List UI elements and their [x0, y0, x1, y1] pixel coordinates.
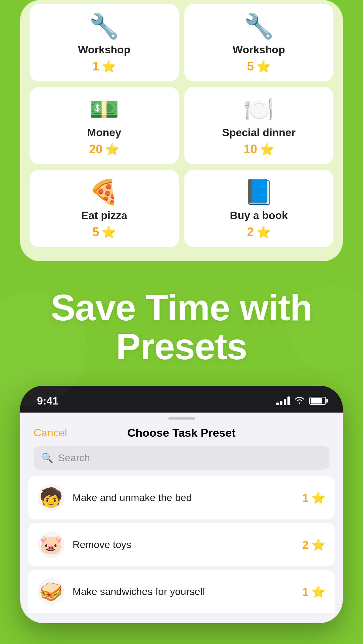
- top-rewards-card: 🔧 Workshop 1 ⭐ 🔧 Workshop 5 ⭐ 💵 Money 20…: [20, 0, 343, 261]
- task-list: 🧒 Make and unmake the bed 1 ⭐ 🐷 Remove t…: [20, 476, 343, 623]
- task-sandwiches-star-icon: ⭐: [311, 585, 325, 598]
- grid-item-special-dinner[interactable]: 🍽️ Special dinner 10 ⭐: [184, 87, 334, 164]
- eat-pizza-star-icon: ⭐: [102, 225, 116, 239]
- workshop1-star-icon: ⭐: [102, 60, 116, 73]
- task-toys-star-icon: ⭐: [311, 538, 325, 551]
- signal-icon: [276, 396, 290, 405]
- money-count: 20: [89, 142, 102, 156]
- task-item-bed[interactable]: 🧒 Make and unmake the bed 1 ⭐: [28, 476, 335, 519]
- task-sandwiches-count: 1: [302, 585, 309, 598]
- workshop5-label: Workshop: [233, 44, 285, 56]
- phone-mockup: 9:41: [20, 386, 343, 623]
- wifi-icon: [294, 395, 305, 406]
- special-dinner-label: Special dinner: [222, 126, 296, 139]
- task-item-sandwiches[interactable]: 🥪 Make sandwiches for yourself 1 ⭐: [28, 570, 335, 613]
- task-toys-label: Remove toys: [73, 539, 294, 550]
- buy-book-star-icon: ⭐: [257, 225, 271, 239]
- status-icons: [276, 395, 326, 406]
- task-sandwiches-icon: 🥪: [38, 578, 64, 605]
- task-sandwiches-label: Make sandwiches for yourself: [73, 586, 294, 597]
- special-dinner-stars: 10 ⭐: [244, 142, 274, 156]
- task-bed-count: 1: [302, 491, 309, 504]
- buy-book-stars: 2 ⭐: [247, 225, 271, 239]
- grid-item-workshop5[interactable]: 🔧 Workshop 5 ⭐: [184, 4, 334, 82]
- eat-pizza-label: Eat pizza: [81, 209, 127, 222]
- workshop1-stars: 1 ⭐: [92, 59, 116, 73]
- modal-title: Choose Task Preset: [127, 426, 236, 439]
- grid-item-buy-book[interactable]: 📘 Buy a book 2 ⭐: [184, 170, 334, 247]
- workshop5-star-icon: ⭐: [257, 60, 271, 73]
- eat-pizza-count: 5: [92, 225, 99, 239]
- special-dinner-icon: 🍽️: [244, 97, 274, 121]
- money-icon: 💵: [89, 97, 119, 121]
- rewards-grid: 🔧 Workshop 1 ⭐ 🔧 Workshop 5 ⭐ 💵 Money 20…: [27, 0, 336, 251]
- task-bed-star-icon: ⭐: [311, 491, 325, 504]
- task-bed-stars: 1 ⭐: [302, 491, 325, 504]
- headline-section: Save Time with Presets: [0, 261, 363, 386]
- task-item-toys[interactable]: 🐷 Remove toys 2 ⭐: [28, 523, 335, 566]
- eat-pizza-icon: 🍕: [89, 180, 119, 204]
- task-sandwiches-stars: 1 ⭐: [302, 585, 325, 598]
- task-toys-icon: 🐷: [38, 531, 64, 558]
- task-toys-count: 2: [302, 538, 309, 551]
- workshop1-label: Workshop: [78, 44, 130, 56]
- money-stars: 20 ⭐: [89, 142, 119, 156]
- buy-book-label: Buy a book: [230, 209, 288, 222]
- buy-book-icon: 📘: [244, 180, 274, 204]
- modal-header: Cancel Choose Task Preset: [20, 423, 343, 446]
- workshop1-icon: 🔧: [89, 14, 119, 38]
- task-bed-icon: 🧒: [38, 484, 64, 511]
- cancel-button[interactable]: Cancel: [34, 427, 67, 439]
- grid-item-money[interactable]: 💵 Money 20 ⭐: [30, 87, 179, 164]
- search-bar[interactable]: 🔍 Search: [34, 446, 329, 470]
- drag-handle: [20, 413, 343, 423]
- task-bed-label: Make and unmake the bed: [73, 492, 294, 503]
- workshop5-count: 5: [247, 59, 254, 73]
- task-toys-stars: 2 ⭐: [302, 538, 325, 551]
- search-icon: 🔍: [42, 452, 53, 464]
- search-placeholder: Search: [58, 452, 90, 464]
- money-star-icon: ⭐: [105, 143, 119, 156]
- grid-item-eat-pizza[interactable]: 🍕 Eat pizza 5 ⭐: [30, 170, 179, 247]
- buy-book-count: 2: [247, 225, 254, 239]
- money-label: Money: [87, 126, 121, 139]
- eat-pizza-stars: 5 ⭐: [92, 225, 116, 239]
- workshop1-count: 1: [92, 59, 99, 73]
- phone-screen: Cancel Choose Task Preset 🔍 Search 🧒 Mak…: [20, 413, 343, 623]
- workshop5-icon: 🔧: [244, 14, 274, 38]
- battery-icon: [309, 397, 326, 405]
- grid-item-workshop1[interactable]: 🔧 Workshop 1 ⭐: [30, 4, 179, 82]
- special-dinner-count: 10: [244, 142, 257, 156]
- workshop5-stars: 5 ⭐: [247, 59, 271, 73]
- special-dinner-star-icon: ⭐: [260, 143, 274, 156]
